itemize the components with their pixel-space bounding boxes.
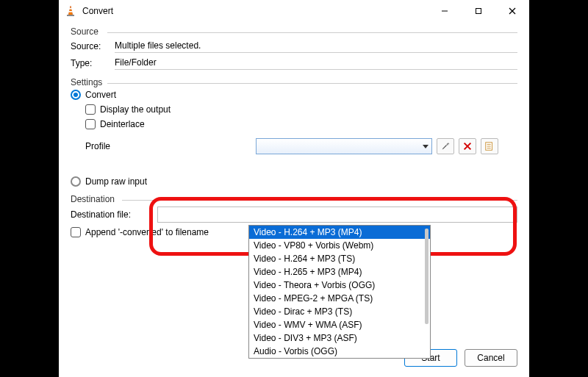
destination-file-label: Destination file: — [71, 209, 151, 220]
settings-group: Settings Convert Display the output Dein… — [71, 77, 517, 187]
profile-combobox[interactable] — [256, 138, 432, 154]
edit-profile-button[interactable] — [437, 138, 454, 154]
display-output-checkbox[interactable]: Display the output — [85, 104, 517, 115]
chevron-down-icon — [423, 145, 429, 148]
svg-rect-5 — [476, 9, 481, 14]
source-group: Source Source: Multiple files selected. … — [71, 26, 517, 70]
profile-label: Profile — [85, 141, 166, 151]
profile-option[interactable]: Video - DIV3 + MP3 (ASF) — [249, 331, 430, 345]
destination-file-row: Destination file: — [71, 207, 517, 223]
type-row: Type: File/Folder — [71, 56, 517, 70]
maximize-button[interactable] — [462, 0, 495, 22]
dump-radio-label: Dump raw input — [85, 176, 147, 187]
deinterlace-checkbox[interactable]: Deinterlace — [85, 119, 517, 129]
profile-option[interactable]: Video - VP80 + Vorbis (Webm) — [249, 239, 430, 252]
new-profile-button[interactable] — [481, 138, 498, 154]
delete-profile-button[interactable] — [459, 138, 476, 154]
profile-dropdown-list[interactable]: Video - H.264 + MP3 (MP4)Video - VP80 + … — [248, 225, 431, 359]
profile-option[interactable]: Video - Theora + Vorbis (OGG) — [249, 279, 430, 292]
svg-rect-2 — [68, 11, 72, 12]
type-key: Type: — [71, 58, 115, 68]
window-controls — [428, 0, 529, 22]
new-profile-icon — [484, 141, 495, 151]
append-converted-label: Append '-converted' to filename — [85, 227, 209, 237]
profile-option[interactable]: Video - MPEG-2 + MPGA (TS) — [249, 292, 430, 305]
svg-marker-0 — [68, 6, 73, 15]
source-group-label: Source — [71, 26, 517, 37]
checkbox-icon — [85, 104, 96, 115]
deinterlace-label: Deinterlace — [100, 119, 145, 129]
profile-row: Profile — [85, 138, 517, 154]
profile-option[interactable]: Audio - Vorbis (OGG) — [249, 345, 430, 358]
checkbox-icon — [71, 227, 81, 237]
close-button[interactable] — [495, 0, 529, 22]
cancel-button[interactable]: Cancel — [465, 349, 517, 367]
profile-option[interactable]: Video - H.264 + MP3 (TS) — [249, 252, 430, 265]
source-key: Source: — [71, 41, 115, 51]
source-row: Source: Multiple files selected. — [71, 39, 517, 53]
svg-rect-1 — [69, 8, 72, 10]
radio-on-icon — [71, 90, 81, 100]
radio-off-icon — [71, 176, 81, 187]
window-title: Convert — [82, 6, 428, 16]
dump-raw-input-radio[interactable]: Dump raw input — [71, 176, 517, 187]
wrench-icon — [440, 141, 451, 151]
display-output-label: Display the output — [100, 104, 171, 115]
profile-option[interactable]: Video - Dirac + MP3 (TS) — [249, 305, 430, 318]
source-value: Multiple files selected. — [115, 39, 517, 53]
destination-file-field[interactable] — [157, 207, 517, 223]
type-value: File/Folder — [115, 56, 517, 70]
titlebar: Convert — [59, 0, 529, 22]
delete-icon — [462, 141, 473, 151]
profile-option[interactable]: Video - WMV + WMA (ASF) — [249, 318, 430, 331]
dropdown-scrollbar[interactable] — [425, 229, 429, 324]
settings-group-label: Settings — [71, 77, 517, 87]
profile-option[interactable]: Video - H.265 + MP3 (MP4) — [249, 265, 430, 279]
destination-group-label: Destination — [71, 194, 517, 204]
convert-radio-label: Convert — [85, 90, 116, 100]
vlc-cone-icon — [65, 5, 76, 17]
convert-radio[interactable]: Convert — [71, 90, 517, 100]
minimize-button[interactable] — [428, 0, 462, 22]
svg-rect-3 — [67, 15, 74, 16]
checkbox-icon — [85, 119, 96, 129]
profile-option[interactable]: Video - H.264 + MP3 (MP4) — [249, 226, 430, 239]
